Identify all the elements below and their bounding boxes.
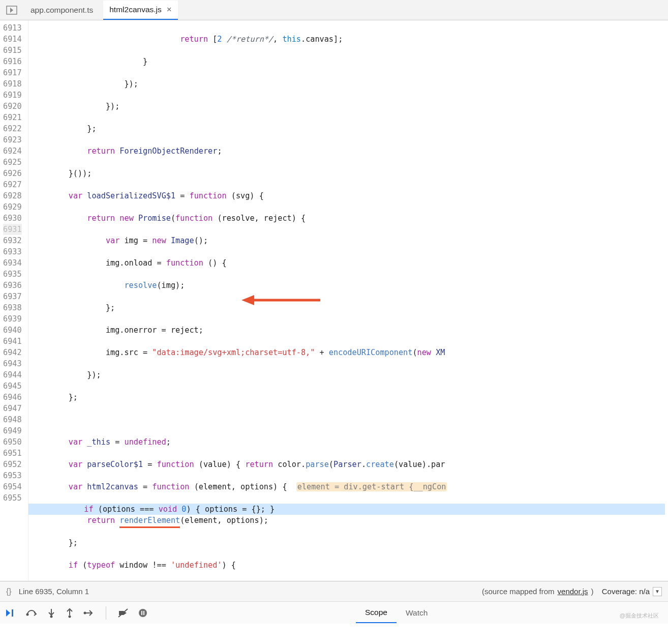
source-map-suffix: ) [591,587,594,596]
svg-point-4 [69,615,71,618]
line-num: 6944 [3,369,22,380]
tab-scope[interactable]: Scope [356,603,397,623]
line-num: 6923 [3,134,22,145]
step-out-button[interactable] [65,608,74,618]
line-num: 6941 [3,336,22,347]
svg-point-5 [84,611,86,614]
status-bar: {} Line 6935, Column 1 (source mapped fr… [0,581,668,601]
code-area[interactable]: return [2 /*return*/, this.canvas]; } })… [28,20,668,581]
step-over-button[interactable] [25,608,38,618]
line-num: 6934 [3,257,22,269]
line-num: 6929 [3,201,22,213]
line-num: 6950 [3,436,22,448]
line-num: 6931 [3,224,22,235]
tab-label: html2canvas.js [109,5,162,14]
line-num: 6927 [3,179,22,190]
line-num: 6942 [3,347,22,358]
line-num: 6947 [3,403,22,414]
line-num: 6918 [3,78,22,90]
line-num: 6925 [3,157,22,168]
step-button[interactable] [83,608,95,618]
line-num: 6951 [3,448,22,459]
debug-inlay: element = div.get-start {__ngCon [296,482,447,491]
line-num: 6952 [3,459,22,470]
svg-point-2 [26,613,29,616]
tabbar: app.component.ts html2canvas.js × [0,0,668,20]
line-num: 6928 [3,190,22,201]
deactivate-breakpoints-button[interactable] [117,608,129,618]
line-num: 6949 [3,425,22,436]
line-num: 6945 [3,380,22,392]
line-num: 6936 [3,280,22,291]
line-num: 6948 [3,414,22,425]
line-num: 6954 [3,481,22,492]
line-num: 6919 [3,90,22,101]
line-num: 6914 [3,34,22,45]
separator [106,606,106,620]
source-map-link[interactable]: vendor.js [558,587,588,596]
gutter: 6913 6914 6915 6916 6917 6918 6919 6920 … [0,20,28,581]
line-num: 6940 [3,325,22,336]
debug-toolbar: Scope Watch [0,601,668,624]
debug-panel-tabs: Scope Watch [356,602,437,624]
line-num: 6939 [3,313,22,325]
tab-label: app.component.ts [31,6,93,15]
cursor-position: Line 6935, Column 1 [19,587,89,596]
line-num: 6924 [3,145,22,157]
line-num: 6955 [3,492,22,504]
svg-point-3 [50,615,53,618]
line-num: 6946 [3,392,22,403]
source-map-prefix: (source mapped from [482,587,555,596]
line-num: 6920 [3,101,22,112]
svg-point-7 [139,609,147,617]
close-icon[interactable]: × [167,5,172,15]
tab-app-component[interactable]: app.component.ts [24,2,99,19]
resume-button[interactable] [5,608,16,618]
file-nav-icon[interactable] [3,3,20,17]
line-num: 6933 [3,246,22,257]
tab-html2canvas[interactable]: html2canvas.js × [103,1,177,20]
chevron-down-icon[interactable]: ▼ [653,587,662,596]
line-num: 6937 [3,291,22,302]
pretty-print-icon[interactable]: {} [6,587,12,596]
svg-rect-1 [12,609,13,617]
tab-watch[interactable]: Watch [397,603,437,623]
svg-rect-8 [141,611,142,615]
step-into-button[interactable] [47,608,56,618]
line-num: 6953 [3,470,22,481]
line-num: 6922 [3,123,22,134]
line-num: 6932 [3,235,22,246]
pause-exceptions-button[interactable] [138,608,148,618]
line-num: 6930 [3,213,22,224]
code-editor[interactable]: 6913 6914 6915 6916 6917 6918 6919 6920 … [0,20,668,581]
line-num: 6916 [3,56,22,67]
line-num: 6935 [3,269,22,280]
line-num: 6926 [3,168,22,179]
execution-line: if (options === void 0) { options = {}; … [28,504,665,515]
line-num: 6943 [3,358,22,369]
line-num: 6917 [3,67,22,78]
line-num: 6921 [3,112,22,123]
line-num: 6913 [3,22,22,34]
svg-rect-9 [143,611,144,615]
watermark: @掘金技术社区 [620,612,659,620]
line-num: 6915 [3,45,22,56]
coverage-label: Coverage: n/a [602,587,650,596]
line-num: 6938 [3,302,22,313]
